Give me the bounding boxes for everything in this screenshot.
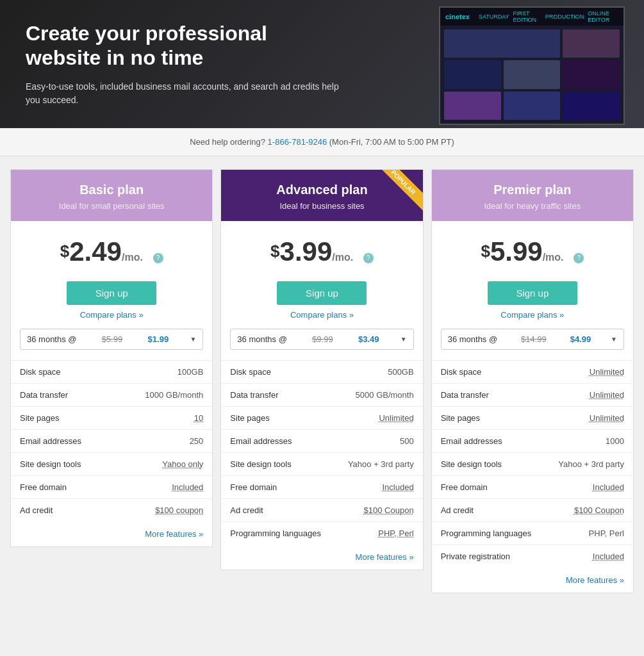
table-row: Site design tools Yahoo + 3rd party bbox=[221, 453, 422, 476]
feature-value-advanced-1: 5000 GB/month bbox=[335, 384, 423, 407]
features-table-basic: Disk space 100GB Data transfer 1000 GB/m… bbox=[11, 360, 212, 521]
table-row: Site pages Unlimited bbox=[432, 407, 633, 430]
feature-value-premier-2: Unlimited bbox=[545, 407, 633, 430]
feature-value-basic-6: $100 coupon bbox=[113, 499, 212, 522]
hero-title: Create your professional website in no t… bbox=[26, 21, 346, 70]
feature-value-premier-6: $100 Coupon bbox=[545, 499, 633, 522]
plan-card-advanced: POPULARPOPULAR Advanced plan Ideal for b… bbox=[220, 169, 423, 570]
feature-value-advanced-4: Yahoo + 3rd party bbox=[335, 453, 423, 476]
more-features-link-advanced[interactable]: More features » bbox=[221, 545, 422, 570]
dropdown-term-basic: 36 months @ bbox=[27, 334, 77, 344]
hero-screenshot: cinetex SATURDAY FIRST EDITION PRODUCTIO… bbox=[439, 6, 625, 125]
billing-dropdown-advanced[interactable]: 36 months @ $9.99 $3.49 ▼ bbox=[230, 329, 413, 350]
table-row: Data transfer Unlimited bbox=[432, 384, 633, 407]
feature-value-advanced-6: $100 Coupon bbox=[335, 499, 423, 522]
feature-value-basic-3: 250 bbox=[113, 430, 212, 453]
feature-label-advanced-0: Disk space bbox=[221, 361, 335, 384]
feature-label-basic-0: Disk space bbox=[11, 361, 113, 384]
feature-value-basic-4: Yahoo only bbox=[113, 453, 212, 476]
feature-label-premier-1: Data transfer bbox=[432, 384, 546, 407]
feature-value-basic-5: Included bbox=[113, 476, 212, 499]
help-bar: Need help ordering? 1-866-781-9246 (Mon-… bbox=[0, 128, 644, 156]
compare-link-basic[interactable]: Compare plans » bbox=[11, 310, 212, 320]
dropdown-arrow-basic: ▼ bbox=[190, 336, 196, 343]
signup-button-basic[interactable]: Sign up bbox=[67, 281, 156, 305]
help-phone[interactable]: 1-866-781-9246 bbox=[268, 137, 327, 147]
plan-header-premier: Premier plan Ideal for heavy traffic sit… bbox=[432, 170, 633, 221]
table-row: Site design tools Yahoo + 3rd party bbox=[432, 453, 633, 476]
feature-value-advanced-7: PHP, Perl bbox=[335, 522, 423, 545]
hero-subtitle: Easy-to-use tools, included business mai… bbox=[26, 80, 346, 107]
dropdown-new-price-advanced: $3.49 bbox=[358, 334, 379, 344]
table-row: Private registration Included bbox=[432, 545, 633, 568]
signup-button-premier[interactable]: Sign up bbox=[488, 281, 577, 305]
help-text: Need help ordering? bbox=[190, 137, 265, 147]
price-help-icon-premier[interactable]: ? bbox=[574, 253, 584, 263]
billing-dropdown-premier[interactable]: 36 months @ $14.99 $4.99 ▼ bbox=[441, 329, 624, 350]
price-help-icon-advanced[interactable]: ? bbox=[363, 253, 374, 263]
feature-label-premier-7: Programming languages bbox=[432, 522, 546, 545]
table-row: Site pages 10 bbox=[11, 407, 212, 430]
table-row: Disk space 500GB bbox=[221, 361, 422, 384]
feature-value-premier-3: 1000 bbox=[545, 430, 633, 453]
feature-label-premier-5: Free domain bbox=[432, 476, 546, 499]
feature-value-premier-7: PHP, Perl bbox=[545, 522, 633, 545]
table-row: Free domain Included bbox=[11, 476, 212, 499]
table-row: Free domain Included bbox=[221, 476, 422, 499]
feature-label-advanced-3: Email addresses bbox=[221, 430, 335, 453]
feature-label-basic-1: Data transfer bbox=[11, 384, 113, 407]
feature-label-advanced-5: Free domain bbox=[221, 476, 335, 499]
table-row: Free domain Included bbox=[432, 476, 633, 499]
plans-container: Basic plan Ideal for small personal site… bbox=[0, 156, 644, 606]
table-row: Ad credit $100 coupon bbox=[11, 499, 212, 522]
feature-label-advanced-7: Programming languages bbox=[221, 522, 335, 545]
feature-label-basic-5: Free domain bbox=[11, 476, 113, 499]
plan-header-advanced: POPULARPOPULAR Advanced plan Ideal for b… bbox=[221, 170, 422, 221]
table-row: Email addresses 1000 bbox=[432, 430, 633, 453]
table-row: Site pages Unlimited bbox=[221, 407, 422, 430]
signup-button-advanced[interactable]: Sign up bbox=[277, 281, 367, 305]
feature-value-advanced-5: Included bbox=[335, 476, 423, 499]
feature-value-premier-4: Yahoo + 3rd party bbox=[545, 453, 633, 476]
features-table-advanced: Disk space 500GB Data transfer 5000 GB/m… bbox=[221, 360, 422, 545]
table-row: Disk space 100GB bbox=[11, 361, 212, 384]
price-amount-premier: $5.99/mo. bbox=[481, 236, 571, 266]
plan-name-advanced: Advanced plan bbox=[231, 183, 412, 197]
help-hours: (Mon-Fri, 7:00 AM to 5:00 PM PT) bbox=[329, 137, 454, 147]
table-row: Email addresses 500 bbox=[221, 430, 422, 453]
feature-value-basic-2: 10 bbox=[113, 407, 212, 430]
plan-name-basic: Basic plan bbox=[21, 183, 202, 197]
feature-value-advanced-2: Unlimited bbox=[335, 407, 423, 430]
feature-label-advanced-1: Data transfer bbox=[221, 384, 335, 407]
feature-value-premier-8: Included bbox=[545, 545, 633, 568]
table-row: Data transfer 5000 GB/month bbox=[221, 384, 422, 407]
plan-pricing-advanced: $3.99/mo. ? bbox=[221, 221, 422, 274]
dropdown-old-price-basic: $5.99 bbox=[102, 334, 123, 344]
more-features-link-basic[interactable]: More features » bbox=[11, 521, 212, 546]
feature-label-premier-8: Private registration bbox=[432, 545, 546, 568]
plan-pricing-premier: $5.99/mo. ? bbox=[432, 221, 633, 274]
feature-label-premier-2: Site pages bbox=[432, 407, 546, 430]
plan-tagline-basic: Ideal for small personal sites bbox=[21, 201, 202, 211]
plan-header-basic: Basic plan Ideal for small personal site… bbox=[11, 170, 212, 221]
table-row: Programming languages PHP, Perl bbox=[221, 522, 422, 545]
dropdown-new-price-premier: $4.99 bbox=[570, 334, 591, 344]
price-amount-advanced: $3.99/mo. bbox=[270, 236, 361, 266]
compare-link-advanced[interactable]: Compare plans » bbox=[221, 310, 422, 320]
dropdown-arrow-premier: ▼ bbox=[611, 336, 617, 343]
feature-label-premier-4: Site design tools bbox=[432, 453, 546, 476]
feature-label-premier-3: Email addresses bbox=[432, 430, 546, 453]
billing-dropdown-basic[interactable]: 36 months @ $5.99 $1.99 ▼ bbox=[20, 329, 203, 350]
table-row: Programming languages PHP, Perl bbox=[432, 522, 633, 545]
plan-card-basic: Basic plan Ideal for small personal site… bbox=[10, 169, 213, 547]
more-features-link-premier[interactable]: More features » bbox=[432, 568, 633, 593]
screenshot-logo: cinetex bbox=[445, 13, 470, 20]
price-help-icon-basic[interactable]: ? bbox=[153, 253, 163, 263]
compare-link-premier[interactable]: Compare plans » bbox=[432, 310, 633, 320]
feature-label-premier-6: Ad credit bbox=[432, 499, 546, 522]
plan-card-premier: Premier plan Ideal for heavy traffic sit… bbox=[431, 169, 634, 593]
dropdown-old-price-premier: $14.99 bbox=[521, 334, 547, 344]
feature-label-basic-4: Site design tools bbox=[11, 453, 113, 476]
plan-pricing-basic: $2.49/mo. ? bbox=[11, 221, 212, 274]
feature-label-basic-3: Email addresses bbox=[11, 430, 113, 453]
